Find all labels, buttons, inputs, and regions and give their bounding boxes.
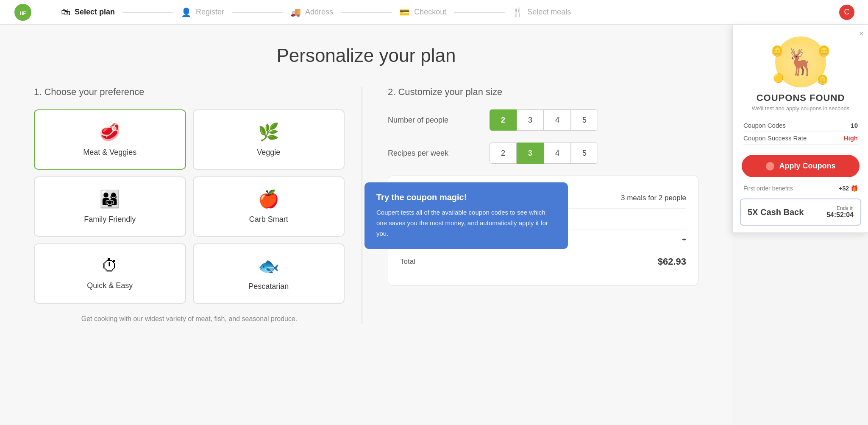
apply-coupons-label: Apply Coupons: [779, 162, 836, 171]
mascot-emoji: 🦌: [785, 47, 817, 77]
meal-card-family-friendly[interactable]: 👨‍👩‍👧 Family Friendly: [34, 176, 186, 237]
people-option-3[interactable]: 3: [517, 109, 544, 131]
success-rate-label: Coupon Success Rate: [743, 134, 807, 142]
coupon-found-subtitle: We'll test and apply coupons in seconds: [733, 105, 868, 112]
fork-icon: [512, 7, 523, 17]
section1-title: 1. Choose your preference: [34, 87, 345, 98]
cashback-ends: Ends in 54:52:04: [826, 205, 854, 219]
card-icon: [399, 7, 410, 17]
coin-icon: 🪙: [817, 74, 828, 85]
hellofresh-logo: HF: [14, 3, 32, 22]
recipes-label: Recipes per week: [388, 149, 490, 158]
people-option-4[interactable]: 4: [544, 109, 571, 131]
meal-card-label: Meat & Veggies: [83, 148, 136, 157]
nav-step-label: Address: [305, 8, 333, 17]
svg-text:HF: HF: [20, 11, 26, 16]
shipping-value: +: [682, 235, 686, 244]
meal-card-pescatarian[interactable]: 🐟 Pescatarian: [193, 243, 345, 304]
recipes-options: 2 3 4 5: [490, 143, 598, 164]
coin-icon: 🪙: [818, 45, 830, 57]
meal-card-quick-easy[interactable]: ⏱ Quick & Easy: [34, 243, 186, 304]
meal-grid: 🥩 Meat & Veggies 🌿 Veggie 👨‍👩‍👧 Family F…: [34, 109, 345, 304]
nav-step-select-meals[interactable]: Select meals: [512, 7, 571, 17]
coupon-stats: Coupon Codes 10 Coupon Success Rate High: [733, 119, 868, 151]
success-rate-row: Coupon Success Rate High: [743, 132, 858, 145]
success-rate-value: High: [844, 134, 858, 142]
apply-coupons-button[interactable]: Apply Coupons: [742, 155, 860, 177]
nav-step-select-plan[interactable]: Select plan: [61, 7, 115, 18]
truck-icon: [290, 7, 301, 17]
people-label: Number of people: [388, 116, 490, 125]
family-friendly-icon: 👨‍👩‍👧: [99, 189, 120, 209]
people-options: 2 3 4 5: [490, 109, 598, 131]
nav-step-register[interactable]: Register: [181, 7, 224, 17]
first-order-value: +$2 🎁: [839, 185, 858, 192]
meal-card-label: Pescatarian: [248, 282, 289, 291]
tooltip-body: Coupert tests all of the available coupo…: [376, 207, 556, 239]
recipes-option-2[interactable]: 2: [490, 143, 517, 164]
cashback-banner: 5X Cash Back Ends in 54:52:04: [740, 199, 861, 226]
coupon-found-title: COUPONS FOUND: [733, 92, 868, 103]
meal-card-label: Family Friendly: [84, 215, 136, 224]
nav-divider-1: [122, 12, 173, 13]
recipes-option-5[interactable]: 5: [571, 143, 598, 164]
first-order-label: First order benefits: [743, 185, 793, 192]
cashback-ends-label: Ends in: [826, 205, 854, 211]
section-preference: 1. Choose your preference 🥩 Meat & Veggi…: [34, 87, 362, 324]
coupon-codes-value: 10: [851, 122, 858, 129]
nav-step-label: Select meals: [527, 8, 571, 17]
apply-btn-dot: [766, 162, 774, 171]
nav-divider-2: [232, 12, 283, 13]
veggie-icon: 🌿: [258, 122, 279, 142]
coupon-codes-row: Coupon Codes 10: [743, 119, 858, 132]
nav-divider-4: [454, 12, 505, 13]
meal-card-carb-smart[interactable]: 🍎 Carb Smart: [193, 176, 345, 237]
people-option-2[interactable]: 2: [490, 109, 517, 131]
nav-divider-3: [341, 12, 392, 13]
first-order-row: First order benefits +$2 🎁: [733, 183, 868, 199]
meal-card-meat-veggies[interactable]: 🥩 Meat & Veggies: [34, 109, 186, 170]
coupon-mascot: 🦌 🪙 🪙 🟡 🪙: [733, 25, 868, 92]
nav-step-label: Checkout: [414, 8, 446, 17]
section2-title: 2. Customize your plan size: [388, 87, 698, 98]
meal-plan-value: 3 meals for 2 people: [621, 194, 686, 202]
meal-card-label: Quick & Easy: [87, 281, 133, 290]
coupon-close-button[interactable]: ×: [859, 29, 864, 39]
meal-description: Get cooking with our widest variety of m…: [34, 314, 345, 324]
bag-icon: [61, 7, 70, 18]
first-order-amount: +$2: [839, 185, 849, 192]
meat-veggies-icon: 🥩: [99, 122, 120, 142]
page-title: Personalize your plan: [34, 45, 698, 66]
right-sidebar: × 🦌 🪙 🪙 🟡 🪙 COUPONS FOUND We'll test and…: [732, 25, 868, 425]
quick-easy-icon: ⏱: [101, 256, 118, 275]
meal-card-label: Carb Smart: [249, 215, 288, 224]
recipes-row: Recipes per week 2 3 4 5: [388, 143, 698, 164]
coupon-codes-label: Coupon Codes: [743, 122, 786, 129]
pescatarian-icon: 🐟: [258, 256, 279, 276]
cashback-label: 5X Cash Back: [748, 207, 804, 217]
people-option-5[interactable]: 5: [571, 109, 598, 131]
coin-icon: 🪙: [771, 45, 784, 57]
cashback-timer: 54:52:04: [826, 211, 854, 219]
coupon-widget: × 🦌 🪙 🪙 🟡 🪙 COUPONS FOUND We'll test and…: [732, 25, 868, 233]
nav-step-checkout[interactable]: Checkout: [399, 7, 446, 17]
coin-icon: 🟡: [773, 73, 784, 83]
total-row: Total $62.93: [400, 250, 686, 273]
tooltip-title: Try the coupon magic!: [376, 193, 556, 202]
mascot-image: 🦌 🪙 🪙 🟡 🪙: [775, 36, 826, 87]
nav-step-label: Select plan: [75, 8, 115, 17]
total-label: Total: [400, 257, 415, 266]
recipes-option-4[interactable]: 4: [544, 143, 571, 164]
header: HF Select plan Register Address Checkout…: [0, 0, 868, 25]
coupon-trigger-button[interactable]: C: [839, 5, 854, 20]
coupon-tooltip: Try the coupon magic! Coupert tests all …: [364, 182, 568, 249]
gift-icon: 🎁: [851, 185, 858, 192]
person-icon: [181, 7, 192, 17]
nav-step-address[interactable]: Address: [290, 7, 333, 17]
carb-smart-icon: 🍎: [258, 189, 279, 209]
meal-card-veggie[interactable]: 🌿 Veggie: [193, 109, 345, 170]
people-row: Number of people 2 3 4 5: [388, 109, 698, 131]
recipes-option-3[interactable]: 3: [517, 143, 544, 164]
total-value: $62.93: [658, 256, 686, 267]
nav-step-label: Register: [196, 8, 224, 17]
